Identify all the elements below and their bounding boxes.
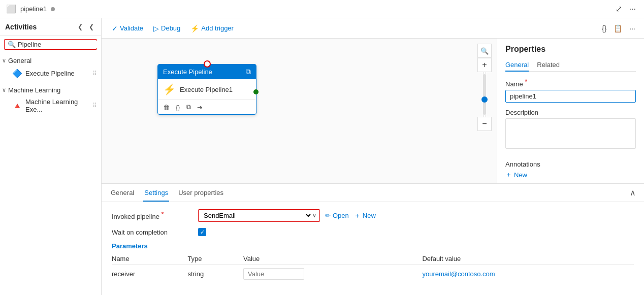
- top-bar-left: ⬜ pipeline1: [6, 4, 55, 14]
- search-icon: 🔍: [8, 41, 16, 48]
- general-section-header[interactable]: ∨ General: [0, 55, 101, 67]
- validate-button[interactable]: ✓ Validate: [108, 23, 147, 34]
- execute-pipeline-icon: 🔷: [12, 69, 22, 78]
- props-description-field: Description: [505, 109, 636, 150]
- node-json-button[interactable]: {}: [175, 103, 181, 112]
- invoked-pipeline-select[interactable]: SendEmail: [202, 211, 312, 220]
- search-box: 🔍: [4, 39, 97, 50]
- execute-pipeline-label: Execute Pipeline: [25, 70, 89, 77]
- properties-tabs: General Related: [505, 59, 636, 72]
- sidebar-item-execute-pipeline[interactable]: 🔷 Execute Pipeline ⠿: [0, 67, 101, 80]
- more-options-button[interactable]: ···: [627, 4, 638, 15]
- node-header-label: Execute Pipeline: [163, 68, 212, 76]
- zoom-search-button[interactable]: 🔍: [477, 44, 492, 58]
- wait-on-completion-row: Wait on completion ✓: [112, 228, 634, 236]
- new-plus-icon: ＋: [354, 211, 361, 220]
- param-value-input[interactable]: [243, 268, 304, 280]
- invoked-pipeline-label: Invoked pipeline *: [112, 210, 193, 220]
- collapse2-button[interactable]: ❮: [87, 22, 96, 31]
- param-default-cell: youremail@contoso.com: [422, 265, 634, 283]
- settings-content: Invoked pipeline * SendEmail ∨ ✏ Open: [102, 202, 644, 290]
- pipeline-node[interactable]: Execute Pipeline ⧉ ⚡ Execute Pipeline1 🗑…: [157, 64, 256, 115]
- wait-label: Wait on completion: [112, 228, 193, 236]
- top-bar-right: ⤢ ···: [614, 3, 638, 15]
- sidebar-header-icons: ❮ ❮: [76, 22, 96, 31]
- validate-icon: ✓: [112, 24, 118, 32]
- zoom-track: [484, 74, 486, 115]
- publish-button[interactable]: 📋: [611, 23, 625, 34]
- node-activity-label: Execute Pipeline1: [180, 86, 233, 93]
- zoom-slider: [483, 72, 486, 117]
- ml-section-label: Machine Learning: [8, 86, 60, 94]
- params-col-default: Default value: [422, 253, 634, 265]
- open-button[interactable]: ✏ Open: [325, 212, 349, 219]
- toolbar-more-button[interactable]: ···: [627, 23, 638, 34]
- params-col-type: Type: [187, 253, 243, 265]
- param-name-cell: receiver: [112, 265, 187, 283]
- param-type-cell: string: [187, 265, 243, 283]
- select-chevron-icon: ∨: [312, 212, 316, 219]
- node-footer: 🗑 {} ⧉ ➔: [158, 100, 256, 114]
- sidebar-header: Activities ❮ ❮: [0, 18, 101, 36]
- add-trigger-button[interactable]: ⚡ Add trigger: [186, 23, 238, 34]
- sidebar-item-ml-execute[interactable]: 🔺 Machine Learning Exe... ⠿: [0, 96, 101, 115]
- props-description-input[interactable]: [505, 118, 636, 149]
- canvas[interactable]: Execute Pipeline ⧉ ⚡ Execute Pipeline1 🗑…: [102, 39, 497, 183]
- zoom-out-button[interactable]: −: [477, 117, 492, 131]
- bottom-panel-close-button[interactable]: ∧: [630, 188, 636, 198]
- node-external-icon: ⧉: [246, 68, 251, 76]
- props-new-annotation-button[interactable]: ＋ New: [505, 170, 527, 179]
- params-row-receiver: receiver string youremail@contoso.com: [112, 265, 634, 283]
- unsaved-dot: [51, 7, 55, 11]
- ml-execute-label: Machine Learning Exe...: [25, 98, 89, 113]
- general-section: ∨ General 🔷 Execute Pipeline ⠿: [0, 53, 101, 82]
- zoom-thumb[interactable]: [481, 96, 488, 103]
- general-section-label: General: [8, 57, 31, 64]
- ml-section: ∨ Machine Learning 🔺 Machine Learning Ex…: [0, 82, 101, 117]
- props-annotations-title: Annotations: [505, 160, 636, 168]
- wait-checkbox[interactable]: ✓: [198, 228, 206, 236]
- props-description-label: Description: [505, 109, 636, 116]
- node-body: ⚡ Execute Pipeline1: [158, 79, 256, 100]
- zoom-controls: 🔍 + −: [477, 44, 492, 131]
- bottom-tabs: General Settings User properties ∧: [102, 184, 644, 202]
- props-name-field: Name *: [505, 78, 636, 103]
- top-bar: ⬜ pipeline1 ⤢ ···: [0, 0, 644, 18]
- props-name-label: Name *: [505, 78, 636, 88]
- invoked-pipeline-select-wrapper: SendEmail ∨: [198, 209, 320, 222]
- node-success-dot: [253, 89, 259, 94]
- params-col-value: Value: [243, 253, 422, 265]
- ml-chevron: ∨: [2, 87, 6, 93]
- node-delete-button[interactable]: 🗑: [162, 103, 171, 112]
- main-layout: Activities ❮ ❮ 🔍 ∨ General 🔷 Execute Pip…: [0, 18, 644, 295]
- new-pipeline-button[interactable]: ＋ New: [354, 211, 376, 220]
- toolbar: ✓ Validate ▷ Debug ⚡ Add trigger {} 📋 ··…: [102, 18, 644, 39]
- props-name-input[interactable]: [505, 90, 636, 103]
- collapse-button[interactable]: ❮: [76, 22, 85, 31]
- search-input[interactable]: [18, 41, 102, 48]
- bottom-tab-settings[interactable]: Settings: [143, 185, 169, 202]
- debug-button[interactable]: ▷ Debug: [149, 23, 184, 34]
- checkmark-icon: ✓: [200, 229, 205, 236]
- zoom-in-button[interactable]: +: [477, 58, 492, 72]
- bottom-tab-user-properties[interactable]: User properties: [177, 185, 224, 202]
- json-button[interactable]: {}: [599, 23, 609, 34]
- parameters-table: Name Type Value Default value receiver s…: [112, 253, 634, 283]
- ml-section-header[interactable]: ∨ Machine Learning: [0, 84, 101, 96]
- general-chevron: ∨: [2, 57, 6, 64]
- ml-drag-handle: ⠿: [92, 102, 97, 109]
- drag-handle: ⠿: [92, 70, 97, 77]
- props-tab-related[interactable]: Related: [537, 59, 560, 72]
- node-copy-button[interactable]: ⧉: [185, 102, 192, 112]
- toolbar-right: {} 📋 ···: [599, 23, 638, 34]
- sidebar: Activities ❮ ❮ 🔍 ∨ General 🔷 Execute Pip…: [0, 18, 102, 295]
- bottom-tab-general[interactable]: General: [110, 185, 135, 202]
- debug-icon: ▷: [153, 24, 159, 32]
- expand-button[interactable]: ⤢: [614, 3, 624, 15]
- node-circle-top: [204, 60, 211, 68]
- props-tab-general[interactable]: General: [505, 59, 529, 72]
- plus-icon: ＋: [505, 170, 512, 179]
- params-col-name: Name: [112, 253, 187, 265]
- node-activity-icon: ⚡: [163, 83, 176, 95]
- node-connect-button[interactable]: ➔: [196, 103, 204, 112]
